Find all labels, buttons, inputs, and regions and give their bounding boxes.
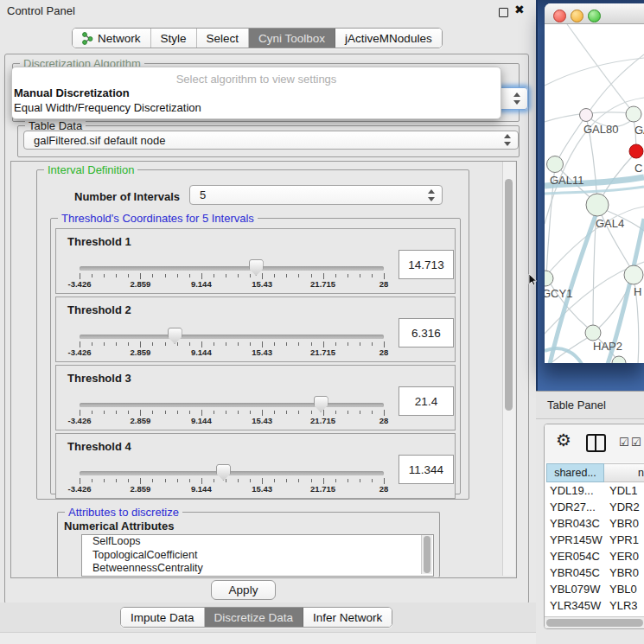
network-node-gcy1[interactable] — [545, 271, 553, 286]
tab-jactivemnodules[interactable]: jActiveMNodules — [335, 29, 442, 48]
network-window[interactable]: GAL80GACGAL11GAL4GCY1HHAP2 — [545, 3, 644, 363]
dropdown-hint: Select algorithm to view settings — [12, 67, 501, 86]
tab-discretize-data[interactable]: Discretize Data — [205, 608, 304, 627]
tab-select[interactable]: Select — [197, 29, 250, 48]
tab-label: Cyni Toolbox — [258, 32, 325, 45]
network-node-gal4[interactable] — [586, 194, 609, 216]
tab-style[interactable]: Style — [151, 29, 197, 48]
attributes-scrollbar[interactable] — [421, 535, 432, 574]
node-label: GCY1 — [545, 287, 572, 300]
tab-infer-network[interactable]: Infer Network — [303, 608, 392, 627]
network-node-ga[interactable] — [626, 106, 641, 122]
network-node-hap2[interactable] — [585, 325, 601, 341]
interval-definition-title: Interval Definition — [44, 163, 137, 176]
cell-name: YPR1 — [606, 532, 639, 548]
table-hscrollbar-thumb[interactable] — [546, 619, 643, 627]
threshold-value-field[interactable]: 14.713 — [399, 250, 454, 279]
slider-track[interactable] — [80, 266, 384, 271]
table-row[interactable]: YER054CYER0 — [546, 548, 644, 564]
slider-track[interactable] — [80, 471, 384, 475]
tab-label: Infer Network — [313, 611, 382, 624]
threshold-slider[interactable]: -3.4262.8599.14415.4321.71528 — [80, 366, 384, 430]
tick-mark — [214, 479, 214, 482]
tick-mark — [189, 274, 190, 277]
network-edge — [557, 116, 586, 163]
tick-mark — [214, 342, 214, 346]
table-row[interactable]: YPR145WYPR1 — [546, 532, 644, 548]
slider-thumb[interactable] — [216, 464, 231, 481]
attribute-list-item[interactable]: BetweennessCentrality — [82, 562, 433, 576]
tick-mark — [226, 342, 226, 346]
control-panel-tabbar: NetworkStyleSelectCyni ToolboxjActiveMNo… — [72, 28, 443, 48]
table-hscrollbar[interactable] — [545, 616, 644, 628]
tick-mark — [298, 411, 299, 414]
number-of-intervals-combobox[interactable]: 5 — [189, 185, 443, 205]
cell-name: YBR0 — [606, 515, 639, 532]
zoom-traffic-light-icon[interactable] — [588, 10, 601, 22]
slider-track[interactable] — [80, 403, 384, 407]
network-canvas[interactable]: GAL80GACGAL11GAL4GCY1HHAP2 — [545, 24, 644, 363]
checkbox-icon[interactable]: ☑ — [619, 436, 629, 449]
tick-mark — [250, 411, 251, 414]
float-window-icon[interactable] — [499, 8, 508, 17]
apply-button[interactable]: Apply — [211, 580, 276, 600]
column-header-name[interactable]: na — [604, 463, 644, 482]
table-body: YDL19...YDL1YDR27...YDR2YBR043CYBR0YPR14… — [546, 482, 644, 629]
threshold-slider[interactable]: -3.4262.8599.14415.4321.71528 — [80, 434, 384, 498]
dropdown-option[interactable]: Equal Width/Frequency Discretization — [12, 100, 501, 115]
tick-label: 21.715 — [310, 348, 335, 357]
slider-thumb[interactable] — [314, 396, 328, 412]
tick-mark — [335, 479, 336, 482]
slider-thumb[interactable] — [168, 328, 182, 344]
columns-icon[interactable] — [586, 434, 606, 452]
table-row[interactable]: YLR345WYLR3 — [546, 597, 644, 614]
threshold-value-field[interactable]: 21.4 — [399, 386, 454, 416]
tab-impute-data[interactable]: Impute Data — [121, 608, 205, 627]
tab-cyni-toolbox[interactable]: Cyni Toolbox — [249, 29, 335, 48]
tick-mark — [238, 274, 239, 277]
tick-mark — [226, 274, 226, 277]
attribute-list-item[interactable]: TopologicalCoefficient — [82, 549, 433, 563]
network-node-h[interactable] — [624, 265, 643, 284]
tick-label: -3.426 — [68, 348, 92, 357]
threshold-value-field[interactable]: 6.316 — [399, 318, 454, 348]
attribute-list-item[interactable]: SelfLoops — [82, 535, 433, 549]
close-traffic-light-icon[interactable] — [553, 10, 566, 22]
slider-track[interactable] — [80, 335, 384, 339]
network-node-gal80[interactable] — [580, 109, 593, 122]
close-icon[interactable]: ✖ — [514, 3, 525, 16]
network-node-c[interactable] — [629, 144, 643, 158]
network-node-gal11[interactable] — [547, 156, 564, 173]
network-window-titlebar[interactable] — [545, 3, 644, 24]
tick-mark — [152, 479, 153, 482]
table-row[interactable]: YDL19...YDL1 — [546, 482, 644, 499]
network-node[interactable] — [612, 356, 626, 363]
tick-mark — [311, 274, 312, 277]
table-row[interactable]: YBL079WYBL0 — [546, 581, 644, 597]
attributes-scrollbar-thumb[interactable] — [424, 536, 430, 573]
gear-icon[interactable]: ⚙ — [556, 430, 571, 450]
tick-mark — [128, 479, 129, 482]
slider-thumb[interactable] — [249, 259, 264, 276]
minimize-traffic-light-icon[interactable] — [571, 10, 583, 22]
node-label: GA — [634, 124, 644, 137]
tick-mark — [372, 479, 373, 482]
table-row[interactable]: YBR043CYBR0 — [546, 515, 644, 532]
threshold-value-field[interactable]: 11.344 — [399, 455, 454, 484]
checkbox-icon[interactable]: ☑ — [631, 436, 641, 449]
tick-mark — [152, 342, 153, 346]
table-row[interactable]: YDR27...YDR2 — [546, 499, 644, 515]
table-row[interactable]: YBR045CYBR0 — [546, 564, 644, 581]
settings-scrollbar[interactable] — [502, 162, 515, 576]
tick-label: 15.43 — [252, 416, 272, 425]
settings-scrollbar-thumb[interactable] — [505, 179, 513, 411]
dropdown-option[interactable]: Manual Discretization — [12, 86, 501, 100]
column-header-shared-name[interactable]: shared... — [546, 463, 604, 482]
tab-label: Select — [207, 32, 239, 45]
threshold-slider[interactable]: -3.4262.8599.14415.4321.71528 — [80, 229, 384, 293]
table-panel-titlebar: Table Panel — [536, 392, 644, 419]
tab-network[interactable]: Network — [73, 29, 151, 48]
table-data-combobox[interactable]: galFiltered.sif default node — [23, 131, 519, 150]
numerical-attributes-list[interactable]: SelfLoopsTopologicalCoefficientBetweenne… — [81, 534, 434, 577]
threshold-slider[interactable]: -3.4262.8599.14415.4321.71528 — [80, 297, 384, 361]
